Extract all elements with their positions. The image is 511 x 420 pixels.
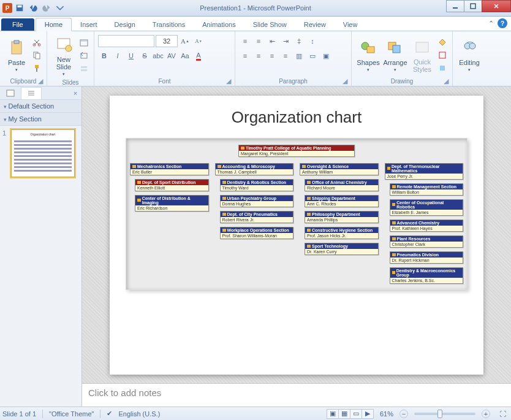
org-node[interactable]: Shipping DepartmentAnn C. Rhodes: [305, 195, 379, 207]
org-node[interactable]: Philosophy DepartmentAmanda Phillips: [305, 211, 379, 223]
shape-outline-icon[interactable]: [436, 49, 449, 61]
section-icon[interactable]: [78, 63, 90, 75]
line-spacing-icon[interactable]: ‡: [293, 35, 305, 47]
shape-effects-icon[interactable]: [436, 62, 449, 74]
tab-slideshow[interactable]: Slide Show: [244, 18, 295, 31]
quick-styles-button[interactable]: Quick Styles: [409, 35, 435, 75]
org-node[interactable]: Dept. of Sport DistributionKenneth Ellio…: [135, 179, 209, 191]
paste-button[interactable]: Paste ▾: [4, 36, 29, 75]
org-node[interactable]: Center of Distribution & ImagingEric Ric…: [135, 195, 209, 212]
font-size-combo[interactable]: 32: [156, 35, 178, 47]
font-dialog-launcher[interactable]: ◢: [226, 77, 233, 85]
shadow-icon[interactable]: abc: [152, 50, 164, 62]
maximize-button[interactable]: [464, 0, 482, 12]
tab-file[interactable]: File: [1, 18, 34, 31]
view-reading-icon[interactable]: ▭: [350, 409, 362, 419]
org-chart[interactable]: Timothy Pratt College of Aquatic Plannin…: [126, 138, 467, 290]
org-node[interactable]: Center of Occupational RoboticsElizabeth…: [390, 199, 464, 216]
qat-save-icon[interactable]: [13, 2, 26, 14]
font-color-icon[interactable]: A: [192, 50, 205, 62]
section-default[interactable]: Default Section: [0, 100, 81, 113]
grow-font-icon[interactable]: A▲: [179, 35, 191, 47]
numbering-icon[interactable]: ≡: [252, 35, 265, 47]
shape-fill-icon[interactable]: [436, 36, 449, 48]
tab-animations[interactable]: Animations: [194, 18, 244, 31]
align-right-icon[interactable]: ≡: [266, 50, 278, 62]
layout-icon[interactable]: [78, 37, 90, 49]
char-spacing-icon[interactable]: AV: [165, 50, 178, 62]
org-node[interactable]: Urban Psychiatry GroupDonna Hughes: [220, 195, 294, 207]
org-node[interactable]: Remote Management SectionWilliam Bolton: [390, 183, 464, 196]
align-center-icon[interactable]: ≡: [252, 50, 265, 62]
qat-redo-icon[interactable]: [40, 2, 53, 14]
org-node[interactable]: Dentistry & Robotics SectionTimothy Ward: [220, 179, 294, 191]
decrease-indent-icon[interactable]: ⇤: [266, 35, 278, 47]
slide-canvas[interactable]: Organization chart Timothy Pratt College…: [110, 96, 483, 375]
reset-icon[interactable]: [78, 50, 90, 62]
org-node[interactable]: Dept. of Thermonuclear MathematicsJose P…: [385, 163, 464, 180]
columns-icon[interactable]: ▥: [293, 50, 305, 62]
org-node[interactable]: Oversight & ScienceAnthony William: [300, 163, 379, 175]
fit-to-window-icon[interactable]: ⛶: [496, 408, 509, 420]
editing-button[interactable]: Editing▾: [456, 36, 482, 75]
tab-insert[interactable]: Insert: [72, 18, 106, 31]
italic-icon[interactable]: I: [112, 50, 124, 62]
org-node[interactable]: Accounting & MicroscopyThomas J. Campbel…: [215, 163, 294, 175]
zoom-level[interactable]: 61%: [380, 410, 393, 418]
org-node[interactable]: Plant ResourcesChristopher Clark: [390, 235, 464, 248]
notes-pane[interactable]: Click to add notes: [82, 383, 511, 407]
org-node[interactable]: Dept. of City PneumaticsRobert Rivera Jr…: [220, 211, 294, 223]
tab-view[interactable]: View: [335, 18, 366, 31]
font-family-combo[interactable]: [98, 35, 154, 47]
slide-thumbnail[interactable]: Organization chart: [11, 129, 75, 177]
org-node[interactable]: Sport TechnologyDr. Karen Curry: [305, 243, 379, 255]
org-node[interactable]: Constructive Hygiene SectionProf. Jason …: [305, 227, 379, 239]
paragraph-dialog-launcher[interactable]: ◢: [343, 77, 350, 85]
spellcheck-icon[interactable]: ✔: [107, 410, 112, 418]
qat-undo-icon[interactable]: [27, 2, 39, 14]
drawing-dialog-launcher[interactable]: ◢: [444, 77, 451, 85]
qat-customize-icon[interactable]: [54, 2, 66, 14]
tab-design[interactable]: Design: [106, 18, 144, 31]
minimize-button[interactable]: [446, 0, 464, 12]
zoom-in-icon[interactable]: +: [482, 410, 490, 418]
shapes-button[interactable]: Shapes▾: [355, 36, 381, 75]
view-sorter-icon[interactable]: ▦: [338, 409, 350, 419]
org-root-node[interactable]: Timothy Pratt College of Aquatic Plannin…: [238, 145, 355, 157]
new-slide-button[interactable]: New Slide ▾: [51, 32, 77, 79]
align-left-icon[interactable]: ≡: [239, 50, 251, 62]
tab-home[interactable]: Home: [36, 18, 72, 31]
status-language[interactable]: English (U.S.): [118, 410, 160, 418]
justify-icon[interactable]: ≡: [279, 50, 292, 62]
copy-icon[interactable]: [31, 49, 43, 61]
change-case-icon[interactable]: Aa: [179, 50, 191, 62]
tab-transitions[interactable]: Transitions: [144, 18, 194, 31]
outline-tab-outline[interactable]: [21, 87, 42, 99]
underline-icon[interactable]: U: [125, 50, 137, 62]
align-text-icon[interactable]: ▭: [306, 50, 319, 62]
shrink-font-icon[interactable]: A▼: [192, 35, 205, 47]
increase-indent-icon[interactable]: ⇥: [279, 35, 292, 47]
close-button[interactable]: [482, 0, 511, 12]
help-icon[interactable]: ?: [498, 18, 507, 28]
arrange-button[interactable]: Arrange▾: [382, 36, 408, 75]
clipboard-dialog-launcher[interactable]: ◢: [38, 77, 45, 85]
section-my[interactable]: My Section: [0, 113, 81, 126]
slide-title[interactable]: Organization chart: [126, 108, 467, 127]
outline-tab-slides[interactable]: [0, 87, 21, 99]
org-node[interactable]: Workplace Operations SectionProf. Sharon…: [220, 227, 294, 239]
smartart-icon[interactable]: ▣: [320, 50, 332, 62]
tab-review[interactable]: Review: [295, 18, 335, 31]
zoom-out-icon[interactable]: −: [399, 410, 408, 418]
ribbon-minimize-icon[interactable]: ⌃: [488, 20, 494, 28]
strike-icon[interactable]: S: [138, 50, 151, 62]
org-node[interactable]: Mechatronics SectionEric Butler: [130, 163, 209, 175]
org-node[interactable]: Pneumatics DivisionDr. Rupert Hickman: [390, 251, 464, 264]
org-node[interactable]: Dentistry & Macroeconomics GroupCharles …: [390, 267, 464, 284]
org-node[interactable]: Advanced ChemistryProf. Kathleen Hayes: [390, 220, 464, 232]
format-painter-icon[interactable]: [31, 62, 43, 74]
zoom-slider[interactable]: [414, 413, 475, 415]
bold-icon[interactable]: B: [98, 50, 110, 62]
org-node[interactable]: Office of Animal ChemistryRichard Moore: [305, 179, 379, 191]
view-normal-icon[interactable]: ▣: [327, 409, 339, 419]
